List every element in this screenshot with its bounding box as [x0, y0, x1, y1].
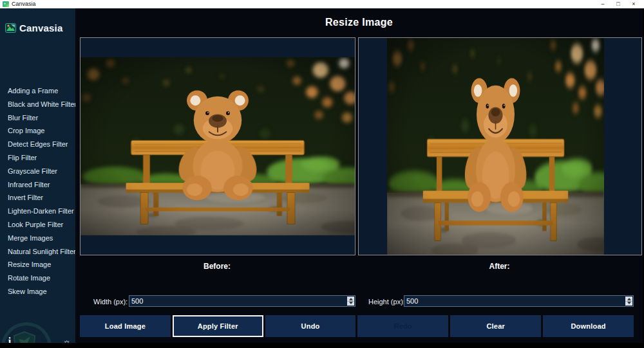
minimize-button[interactable]: –	[595, 0, 611, 8]
width-input[interactable]	[129, 296, 355, 306]
before-image-panel	[80, 37, 355, 255]
shield-icon	[14, 331, 35, 343]
sidebar-item-grayscale-filter[interactable]: Grayscale Filter	[8, 165, 74, 178]
height-spin-down-icon[interactable]	[625, 302, 632, 306]
load-image-button[interactable]: Load Image	[80, 315, 171, 337]
redo-button: Redo	[357, 315, 448, 337]
sidebar-item-flip-filter[interactable]: Flip Filter	[8, 151, 74, 165]
undo-button[interactable]: Undo	[265, 315, 356, 337]
sidebar: Canvasia Adding a FrameBlack and White F…	[0, 8, 75, 343]
after-label: After:	[358, 262, 641, 271]
brand: Canvasia	[5, 23, 62, 33]
sidebar-item-skew-image[interactable]: Skew Image	[8, 285, 74, 298]
sidebar-item-natural-sunlight-filter[interactable]: Natural Sunlight Filter	[8, 245, 74, 259]
width-label: Width (px):	[93, 298, 128, 306]
download-button[interactable]: Download	[543, 315, 634, 337]
before-image	[80, 57, 355, 235]
width-spin-down-icon[interactable]	[347, 302, 354, 306]
window-controls: – □ ×	[595, 0, 641, 8]
sidebar-item-merge-images[interactable]: Merge Images	[8, 232, 74, 245]
sidebar-item-rotate-image[interactable]: Rotate Image	[8, 271, 74, 285]
sidebar-item-detect-edges-filter[interactable]: Detect Edges Filter	[8, 138, 74, 151]
apply-filter-button[interactable]: Apply Filter	[173, 315, 263, 337]
after-image-panel	[358, 37, 642, 255]
sidebar-item-look-purple-filter[interactable]: Look Purple Filter	[8, 218, 74, 232]
window-title: Canvasia	[12, 1, 36, 7]
sidebar-menu: Adding a FrameBlack and White FilterBlur…	[8, 84, 74, 298]
sidebar-item-black-and-white-filter[interactable]: Black and White Filter	[8, 98, 74, 111]
sidebar-item-resize-image[interactable]: Resize Image	[8, 258, 74, 271]
canvasia-logo-icon	[5, 23, 16, 33]
width-spin-up-icon[interactable]	[347, 297, 354, 302]
info-icon[interactable]: i	[6, 336, 14, 343]
close-button[interactable]: ×	[626, 0, 641, 8]
height-input[interactable]	[404, 296, 633, 306]
sidebar-item-infrared-filter[interactable]: Infrared Filter	[8, 178, 74, 192]
app-icon	[3, 1, 9, 7]
os-titlebar: Canvasia – □ ×	[0, 0, 644, 8]
height-spinbox	[404, 295, 634, 307]
brand-name: Canvasia	[19, 23, 62, 33]
before-label: Before:	[80, 262, 354, 271]
height-spin-up-icon[interactable]	[625, 297, 632, 302]
sidebar-item-blur-filter[interactable]: Blur Filter	[8, 111, 74, 125]
main-content: Resize Image Before: After: Width (px): …	[75, 8, 643, 343]
sidebar-item-crop-image[interactable]: Crop Image	[8, 124, 74, 138]
clear-button[interactable]: Clear	[450, 315, 541, 337]
after-image	[387, 38, 604, 255]
theme-toggle-icon[interactable]: ☼	[62, 337, 71, 343]
height-label: Height (px):	[368, 298, 405, 306]
maximize-button[interactable]: □	[611, 0, 626, 8]
width-spinner	[347, 297, 354, 306]
height-spinner	[625, 297, 632, 306]
action-bar: Load ImageApply FilterUndoRedoClearDownl…	[80, 315, 634, 337]
canvasia-window: Canvasia – □ × Canvasia Adding a FrameBl…	[0, 0, 644, 348]
sidebar-item-adding-a-frame[interactable]: Adding a Frame	[8, 84, 74, 98]
page-title: Resize Image	[75, 17, 643, 28]
sidebar-item-invert-filter[interactable]: Invert Filter	[8, 191, 74, 205]
width-spinbox	[129, 295, 355, 307]
sidebar-item-lighten-darken-filter[interactable]: Lighten-Darken Filter	[8, 205, 74, 218]
